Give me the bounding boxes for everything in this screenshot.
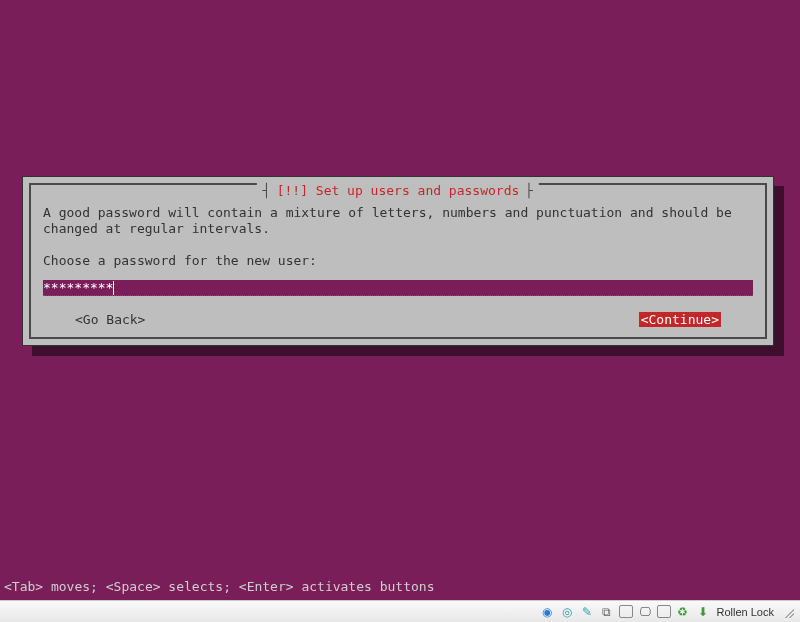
keyboard-hint-bar: <Tab> moves; <Space> selects; <Enter> ac… <box>4 579 434 594</box>
dialog-frame: ┤ [!!] Set up users and passwords ├ A go… <box>29 183 767 339</box>
lock-icon[interactable]: ⬇ <box>695 604 711 620</box>
button-row: <Go Back> <Continue> <box>43 312 753 327</box>
tray-icon-1[interactable]: ◉ <box>539 604 555 620</box>
dialog-title: [!!] Set up users and passwords <box>277 183 520 198</box>
panel-icon[interactable] <box>657 605 671 618</box>
password-prompt: Choose a password for the new user: <box>43 253 753 268</box>
title-bracket-left: ┤ <box>263 183 271 198</box>
taskbar: ◉ ◎ ✎ ⧉ 🖵 ♻ ⬇ Rollen Lock <box>0 600 800 622</box>
pencil-icon[interactable]: ✎ <box>579 604 595 620</box>
title-bracket-right: ├ <box>525 183 533 198</box>
windows-icon[interactable]: ⧉ <box>599 604 615 620</box>
desktop-icon[interactable] <box>619 605 633 618</box>
password-value: ********* <box>43 280 113 295</box>
dialog-body: A good password will contain a mixture o… <box>31 185 765 337</box>
installer-screen: ┤ [!!] Set up users and passwords ├ A go… <box>0 0 800 600</box>
recycle-icon[interactable]: ♻ <box>675 604 691 620</box>
resize-grip[interactable] <box>782 606 794 618</box>
password-input[interactable]: ********* <box>43 280 753 296</box>
monitor-icon[interactable]: 🖵 <box>637 604 653 620</box>
indicator-label: Rollen Lock <box>717 606 774 618</box>
help-text: A good password will contain a mixture o… <box>43 205 753 237</box>
password-dialog: ┤ [!!] Set up users and passwords ├ A go… <box>22 176 774 346</box>
text-cursor <box>113 281 114 295</box>
globe-icon[interactable]: ◎ <box>559 604 575 620</box>
continue-button[interactable]: <Continue> <box>639 312 721 327</box>
go-back-button[interactable]: <Go Back> <box>75 312 145 327</box>
dialog-title-wrap: ┤ [!!] Set up users and passwords ├ <box>257 183 539 198</box>
